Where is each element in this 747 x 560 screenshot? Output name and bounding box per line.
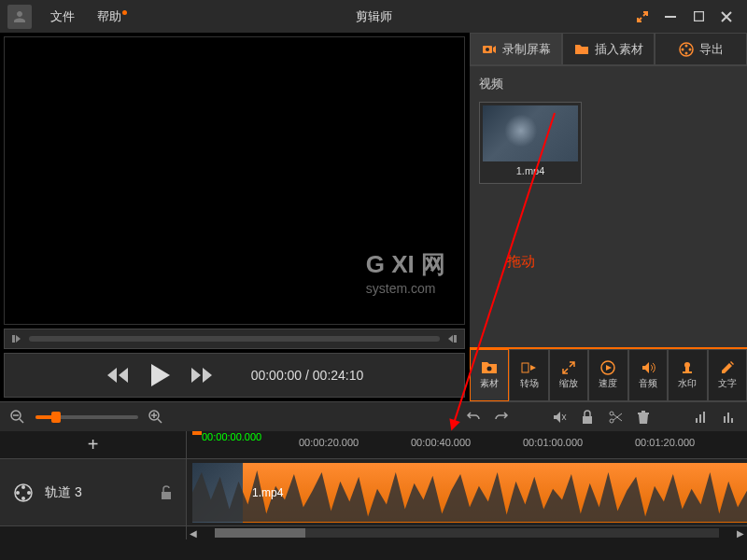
track-lane[interactable]: 1.mp4 bbox=[187, 459, 747, 525]
user-avatar[interactable] bbox=[7, 5, 32, 29]
watermark-line2: system.com bbox=[366, 281, 445, 296]
zoom-slider[interactable] bbox=[35, 415, 138, 419]
ruler-tick: 00:01:00.000 bbox=[523, 437, 583, 448]
tooltab-watermark[interactable]: 水印 bbox=[668, 349, 707, 401]
svg-rect-22 bbox=[703, 412, 705, 423]
marker-end-icon[interactable] bbox=[447, 333, 458, 344]
timeline-track: 轨道 3 1.mp4 bbox=[0, 459, 747, 526]
add-track-button[interactable]: + bbox=[0, 431, 187, 458]
track-header[interactable]: 轨道 3 bbox=[0, 459, 187, 525]
svg-rect-14 bbox=[683, 371, 692, 373]
tooltab-text-label: 文字 bbox=[718, 377, 737, 390]
forward-button[interactable] bbox=[190, 366, 214, 385]
rewind-button[interactable] bbox=[106, 366, 130, 385]
watermark-line1: G XI 网 bbox=[366, 248, 445, 281]
mute-button[interactable] bbox=[551, 409, 568, 426]
delete-button[interactable] bbox=[635, 409, 652, 426]
minimize-icon bbox=[665, 11, 676, 22]
zoom-out-icon bbox=[10, 410, 25, 425]
maximize-icon bbox=[694, 11, 704, 21]
svg-point-3 bbox=[486, 48, 489, 51]
bars-icon bbox=[695, 411, 708, 424]
scroll-left-button[interactable]: ◀ bbox=[187, 526, 200, 539]
svg-rect-24 bbox=[727, 413, 729, 423]
minimize-button[interactable] bbox=[663, 9, 678, 24]
svg-point-19 bbox=[610, 419, 613, 423]
tooltab-scale[interactable]: 缩放 bbox=[549, 349, 588, 401]
svg-rect-31 bbox=[162, 492, 171, 499]
media-library: 视频 1.mp4 拖动 bbox=[470, 66, 747, 347]
svg-rect-21 bbox=[699, 414, 701, 423]
scroll-right-button[interactable]: ▶ bbox=[734, 526, 747, 539]
stamp-icon bbox=[680, 360, 695, 375]
audio-levels-button[interactable] bbox=[693, 409, 710, 426]
notification-dot-icon bbox=[122, 10, 127, 15]
transport-controls: 00:00:00 / 00:24:10 bbox=[4, 353, 465, 398]
menu-help[interactable]: 帮助 bbox=[86, 8, 133, 25]
tooltab-audio[interactable]: 音频 bbox=[628, 349, 668, 401]
media-thumbnail[interactable]: 1.mp4 bbox=[479, 102, 582, 184]
svg-point-7 bbox=[684, 51, 687, 54]
tooltab-speed[interactable]: 速度 bbox=[588, 349, 627, 401]
media-pane: 录制屏幕 插入素材 导出 视频 1.mp4 拖动 素材 转场 缩放 速度 bbox=[469, 33, 747, 401]
tab-import-label: 插入素材 bbox=[595, 41, 643, 58]
app-title: 剪辑师 bbox=[356, 8, 392, 25]
sliders-icon bbox=[723, 411, 736, 424]
playhead-label[interactable]: 00:00:00.000 bbox=[202, 431, 261, 442]
progress-bar-row bbox=[4, 329, 465, 349]
scrollbar-track[interactable] bbox=[215, 528, 719, 538]
menu-file[interactable]: 文件 bbox=[39, 8, 86, 25]
progress-slider[interactable] bbox=[29, 336, 440, 342]
zoom-in-button[interactable] bbox=[148, 409, 164, 426]
timeline-clip[interactable]: 1.mp4 bbox=[192, 463, 747, 523]
svg-rect-20 bbox=[696, 418, 698, 423]
zoom-out-button[interactable] bbox=[9, 409, 26, 426]
track-name: 轨道 3 bbox=[45, 484, 82, 501]
svg-point-18 bbox=[610, 412, 613, 415]
zoom-in-icon bbox=[148, 410, 163, 425]
equalizer-button[interactable] bbox=[721, 409, 738, 426]
video-preview[interactable]: G XI 网 system.com bbox=[4, 36, 465, 325]
tab-record-screen[interactable]: 录制屏幕 bbox=[470, 33, 562, 65]
svg-point-29 bbox=[21, 497, 25, 500]
tab-export[interactable]: 导出 bbox=[655, 33, 747, 65]
redo-button[interactable] bbox=[493, 409, 510, 426]
undo-icon bbox=[466, 410, 481, 425]
tooltab-audio-label: 音频 bbox=[639, 377, 657, 390]
tooltab-material-label: 素材 bbox=[480, 377, 499, 390]
tool-tabs: 素材 转场 缩放 速度 音频 水印 文字 bbox=[470, 347, 747, 401]
thumbnail-label: 1.mp4 bbox=[483, 161, 578, 180]
watermark-overlay: G XI 网 system.com bbox=[366, 248, 445, 296]
trash-icon bbox=[637, 410, 650, 425]
ruler-tick: 00:00:20.000 bbox=[299, 437, 359, 448]
timeline-ruler: + 00:00:00.000 00:00:20.000 00:00:40.000… bbox=[0, 431, 747, 459]
time-current: 00:00:00 bbox=[251, 368, 303, 383]
thumbnail-image bbox=[483, 105, 578, 161]
camera-record-icon bbox=[482, 42, 497, 57]
marker-start-icon[interactable] bbox=[10, 333, 21, 344]
undo-button[interactable] bbox=[465, 409, 482, 426]
tooltab-transition-label: 转场 bbox=[520, 377, 539, 390]
scrollbar-thumb[interactable] bbox=[215, 528, 305, 538]
zoom-slider-thumb[interactable] bbox=[51, 412, 61, 423]
tooltab-transition[interactable]: 转场 bbox=[509, 349, 548, 401]
timecode-display: 00:00:00 / 00:24:10 bbox=[251, 368, 364, 383]
tooltab-material[interactable]: 素材 bbox=[470, 349, 509, 401]
tooltab-text[interactable]: 文字 bbox=[708, 349, 747, 401]
clip-label: 1.mp4 bbox=[252, 486, 283, 499]
ruler-ticks[interactable]: 00:00:00.000 00:00:20.000 00:00:40.000 0… bbox=[187, 431, 747, 458]
rewind-icon bbox=[106, 366, 130, 385]
unlock-icon[interactable] bbox=[160, 485, 173, 500]
detach-button[interactable] bbox=[635, 9, 650, 24]
scale-icon bbox=[561, 360, 576, 375]
lock-all-button[interactable] bbox=[579, 409, 596, 426]
timeline: + 00:00:00.000 00:00:20.000 00:00:40.000… bbox=[0, 431, 747, 560]
svg-rect-25 bbox=[731, 418, 733, 423]
maximize-button[interactable] bbox=[691, 9, 706, 24]
svg-point-8 bbox=[681, 48, 684, 50]
tab-import-media[interactable]: 插入素材 bbox=[562, 33, 655, 65]
play-button[interactable] bbox=[148, 362, 171, 388]
close-button[interactable] bbox=[719, 9, 734, 24]
cut-button[interactable] bbox=[607, 409, 624, 426]
preview-pane: G XI 网 system.com 00:00:00 / 00:24:10 bbox=[0, 33, 469, 401]
